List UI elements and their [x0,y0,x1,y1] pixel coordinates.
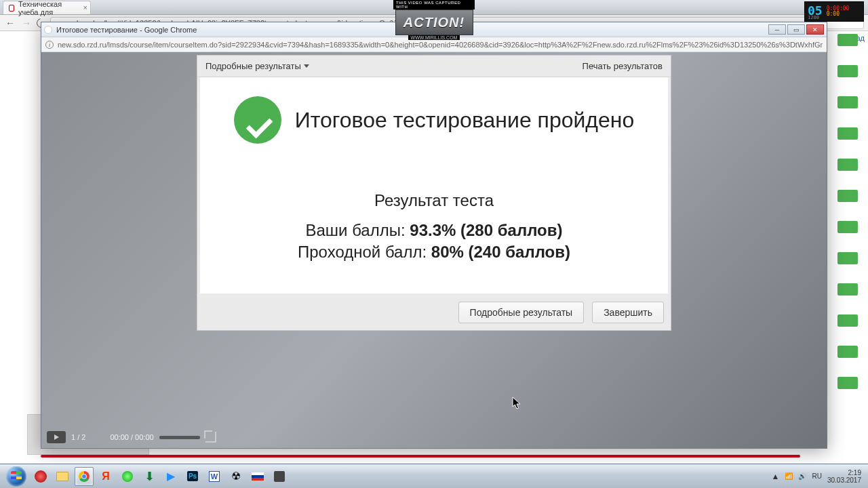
progress-bar[interactable] [159,436,200,439]
taskbar-word-icon[interactable]: W [205,467,224,486]
score-prefix: Ваши баллы: [305,221,410,239]
taskbar-photoshop-icon[interactable]: Ps [183,467,202,486]
popup-titlebar[interactable]: Итоговое тестирование - Google Chrome ─ … [41,22,827,37]
passed-title: Итоговое тестирование пройдено [295,107,635,133]
finish-button[interactable]: Завершить [592,302,664,323]
hud-dim: 1280 [808,15,819,20]
close-button[interactable]: ✕ [806,24,824,35]
side-tab[interactable] [837,65,858,77]
score-value: 93.3% (280 баллов) [410,221,562,239]
close-tab-icon[interactable]: × [83,3,87,12]
result-heading: Результат теста [220,191,648,210]
side-tab[interactable] [837,221,858,233]
score-line: Ваши баллы: 93.3% (280 баллов) [220,220,648,241]
tab-favicon [9,5,14,12]
chrome-favicon [44,26,52,34]
result-card: Итоговое тестирование пройдено Результат… [200,77,668,293]
outer-tab-strip: Техническая учеба для × [0,0,868,15]
pass-line: Проходной балл: 80% (240 баллов) [220,241,648,263]
tray-network-icon[interactable]: 📶 [785,472,793,480]
details-button[interactable]: Подробные результаты [458,302,585,323]
taskbar-app-icon[interactable]: ▶ [161,467,180,486]
tray-flag-icon[interactable]: ▲ [772,472,780,481]
start-button[interactable] [4,466,28,487]
player-bar: 1 / 2 00:00 / 00:00 [47,430,821,444]
popup-address-bar[interactable]: i new.sdo.rzd.ru/lmsds/course/item/cours… [41,37,827,52]
side-tab[interactable] [837,159,858,171]
taskbar-app-icon[interactable] [31,467,50,486]
system-tray[interactable]: ▲ 📶 🔊 RU 2:19 30.03.2017 [772,469,864,484]
pass-value: 80% (240 баллов) [431,243,570,261]
mouse-cursor [512,396,521,410]
side-tab[interactable] [837,283,858,296]
play-button[interactable] [47,431,66,443]
page-indicator: 1 / 2 [71,433,85,441]
red-divider [41,455,800,458]
side-tab[interactable] [837,346,858,358]
taskbar-app-icon[interactable] [248,467,267,486]
taskbar-app-icon[interactable] [270,467,289,486]
minimize-button[interactable]: ─ [768,24,786,35]
fullscreen-icon[interactable] [205,432,216,443]
taskbar-app-icon[interactable]: ☢ [226,467,245,486]
popup-window: Итоговое тестирование - Google Chrome ─ … [41,22,827,449]
popup-body: Подробные результаты Печать результатов … [41,52,827,448]
checkmark-icon [234,96,281,144]
clock-date: 30.03.2017 [827,476,861,484]
pass-prefix: Проходной балл: [298,243,431,261]
forward-icon[interactable]: → [20,17,33,29]
chevron-down-icon [304,64,309,68]
taskbar-app-icon[interactable] [118,467,137,486]
side-tab[interactable] [837,127,858,140]
input-language[interactable]: RU [812,472,821,480]
side-green-tabs [837,30,858,461]
content-frame: Подробные результаты Печать результатов … [197,55,671,331]
popup-title-text: Итоговое тестирование - Google Chrome [56,26,197,34]
side-tab[interactable] [837,96,858,108]
maximize-button[interactable]: ▭ [787,24,805,35]
side-tab[interactable] [837,34,858,46]
taskbar-app-icon[interactable] [53,467,72,486]
site-info-icon[interactable]: i [45,41,54,49]
taskbar-app-icon[interactable]: ⬇ [140,467,159,486]
hud-subtimer: 0:00 [827,12,850,17]
browser-tab[interactable]: Техническая учеба для × [3,1,91,14]
details-dropdown[interactable]: Подробные результаты [205,61,309,71]
clock[interactable]: 2:19 30.03.2017 [827,469,861,484]
content-footer: Подробные результаты Завершить [197,296,671,330]
side-tab[interactable] [837,314,858,327]
tab-title: Техническая учеба для [18,0,78,16]
dropdown-label: Подробные результаты [205,61,301,71]
back-icon[interactable]: ← [4,17,16,29]
popup-url-text: new.sdo.rzd.ru/lmsds/course/item/courseI… [58,41,823,49]
side-tab[interactable] [837,252,858,264]
tray-volume-icon[interactable]: 🔊 [798,472,806,480]
clock-time: 2:19 [827,469,861,476]
content-toolbar: Подробные результаты Печать результатов [197,56,671,77]
side-tab[interactable] [837,190,858,202]
print-results-link[interactable]: Печать результатов [583,61,663,71]
recorder-hud: 05 0:00:00 0:00 1280 [804,1,864,22]
time-indicator: 00:00 / 00:00 [110,433,153,441]
taskbar-chrome-icon[interactable] [75,467,94,486]
windows-orb-icon [6,466,26,487]
side-tab[interactable] [837,377,858,389]
taskbar[interactable]: Я ⬇ ▶ Ps W ☢ ▲ 📶 🔊 RU 2:19 30.03.2017 [0,464,868,488]
taskbar-yandex-icon[interactable]: Я [96,467,115,486]
